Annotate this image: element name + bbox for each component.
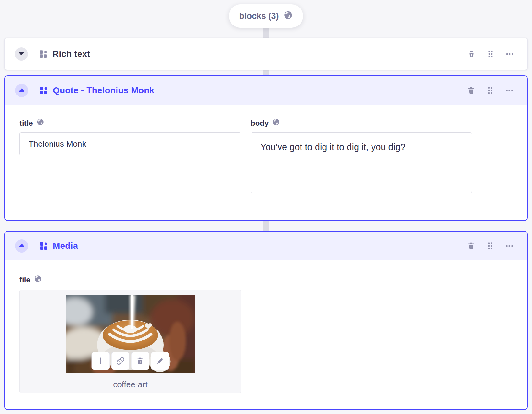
media-asset-card: coffee-art — [19, 290, 241, 393]
media-file-name: coffee-art — [113, 380, 147, 389]
blocks-count-pill: blocks (3) — [229, 4, 303, 28]
blocks-count-label: blocks (3) — [239, 11, 279, 21]
expand-toggle-button[interactable] — [15, 47, 28, 61]
drag-handle[interactable] — [487, 86, 494, 95]
more-actions-button[interactable] — [505, 50, 514, 58]
block-rich-text: Rich text — [4, 38, 528, 70]
drag-handle[interactable] — [487, 50, 494, 58]
chevron-up-icon — [19, 243, 25, 248]
field-body: body You've got to dig it to dig it, you… — [251, 118, 472, 220]
collapse-toggle-button[interactable] — [15, 84, 28, 97]
title-input[interactable] — [19, 132, 241, 155]
copy-link-button[interactable] — [111, 352, 130, 370]
block-header[interactable]: Media — [5, 232, 527, 260]
component-blocks-icon — [39, 241, 48, 251]
component-blocks-icon — [39, 86, 48, 95]
field-title: title — [19, 118, 241, 220]
field-label-text: body — [251, 119, 269, 128]
field-label: file — [19, 275, 513, 285]
field-label-text: file — [19, 275, 30, 284]
globe-icon — [272, 118, 280, 128]
globe-icon — [34, 275, 42, 285]
block-body: title body You've got to dig it to dig i… — [5, 105, 527, 220]
delete-block-button[interactable] — [467, 242, 475, 250]
block-title: Rich text — [52, 49, 90, 59]
media-preview-image — [66, 295, 195, 373]
block-media: Media file — [4, 231, 528, 410]
edit-asset-button[interactable] — [151, 352, 169, 370]
block-header[interactable]: Quote - Thelonius Monk — [5, 76, 527, 105]
block-quote: Quote - Thelonius Monk title — [4, 75, 528, 221]
collapse-toggle-button[interactable] — [15, 239, 28, 253]
component-blocks-icon — [39, 49, 48, 59]
block-title: Quote - Thelonius Monk — [53, 85, 154, 95]
dynamic-zone-stack: Rich text — [4, 38, 528, 410]
field-label-text: title — [19, 119, 33, 128]
field-label: body — [251, 118, 472, 128]
more-actions-button[interactable] — [505, 242, 514, 250]
delete-block-button[interactable] — [467, 86, 475, 95]
field-label: title — [19, 118, 241, 128]
chevron-up-icon — [19, 88, 25, 93]
block-title: Media — [53, 241, 78, 251]
delete-block-button[interactable] — [467, 50, 476, 58]
block-body: file — [5, 260, 527, 409]
block-header[interactable]: Rich text — [5, 38, 527, 70]
globe-icon — [284, 10, 293, 22]
chevron-down-icon — [18, 52, 24, 57]
drag-handle[interactable] — [487, 242, 494, 250]
media-actions-toolbar — [92, 352, 169, 370]
more-actions-button[interactable] — [505, 86, 514, 95]
delete-asset-button[interactable] — [131, 352, 149, 370]
body-textarea[interactable]: You've got to dig it to dig it, you dig? — [251, 132, 472, 193]
globe-icon — [36, 118, 44, 128]
add-asset-button[interactable] — [92, 352, 110, 370]
